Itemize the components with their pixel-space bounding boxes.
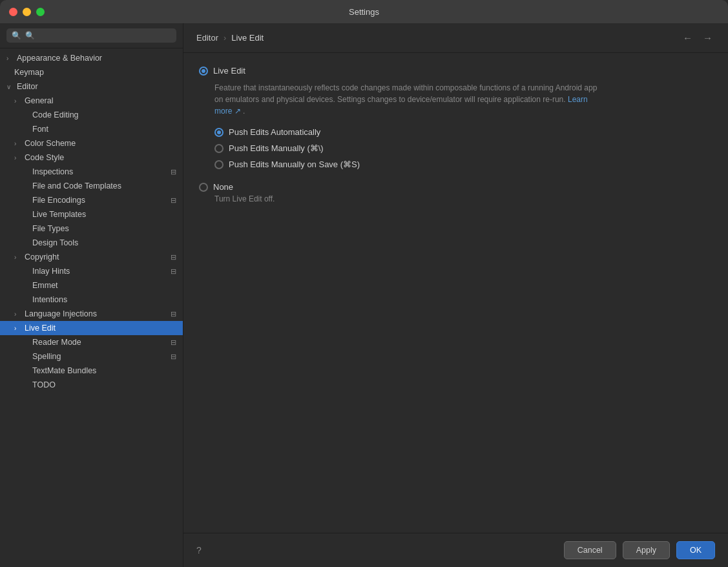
cancel-button[interactable]: Cancel (564, 541, 616, 559)
radio-push-manual-circle[interactable] (214, 144, 224, 153)
radio-push-auto-label: Push Edits Automatically (229, 127, 320, 137)
close-button[interactable] (9, 8, 17, 16)
search-bar: 🔍 (0, 23, 183, 48)
radio-push-save-circle[interactable] (214, 160, 224, 169)
none-description: Turn Live Edit off. (214, 194, 712, 203)
sidebar-item-language-injections[interactable]: › Language Injections ⊟ (0, 307, 183, 321)
radio-push-save-label: Push Edits Manually on Save (⌘S) (229, 160, 360, 169)
sidebar-item-editor[interactable]: ∨ Editor (0, 79, 183, 94)
breadcrumb-separator: › (224, 33, 226, 43)
nav-arrows: ← → (680, 31, 715, 45)
sidebar-item-font[interactable]: Font (0, 122, 183, 136)
sidebar-item-code-style[interactable]: › Code Style (0, 150, 183, 165)
sidebar-item-textmate-bundles[interactable]: TextMate Bundles (0, 364, 183, 378)
footer-right: Cancel Apply OK (564, 541, 715, 559)
nav-tree: › Appearance & Behavior Keymap ∨ Editor … (0, 48, 183, 567)
sidebar-item-keymap[interactable]: Keymap (0, 65, 183, 79)
sidebar-item-label: File Types (32, 224, 69, 233)
chevron-icon: › (14, 140, 22, 147)
radio-push-auto[interactable]: Push Edits Automatically (214, 127, 712, 137)
sidebar-item-reader-mode[interactable]: Reader Mode ⊟ (0, 335, 183, 349)
chevron-icon: › (14, 254, 22, 261)
sidebar: 🔍 › Appearance & Behavior Keymap ∨ Edito… (0, 23, 183, 567)
footer-left: ? (196, 545, 202, 555)
footer: ? Cancel Apply OK (183, 533, 728, 567)
minimize-button[interactable] (23, 8, 31, 16)
breadcrumb-parent: Editor (196, 33, 218, 43)
search-input[interactable] (25, 31, 171, 40)
sidebar-item-label: File Encodings (32, 196, 85, 205)
main-option-row[interactable]: Live Edit (199, 66, 712, 76)
sidebar-item-todo[interactable]: TODO (0, 378, 183, 392)
window-title: Settings (349, 7, 379, 17)
sidebar-item-label: Code Style (25, 153, 64, 162)
sidebar-item-label: Reader Mode (32, 338, 81, 347)
badge-icon: ⊟ (171, 353, 176, 361)
radio-push-manual[interactable]: Push Edits Manually (⌘\) (214, 143, 712, 153)
chevron-icon: › (14, 98, 22, 105)
sidebar-item-file-code-templates[interactable]: File and Code Templates (0, 179, 183, 193)
radio-push-save[interactable]: Push Edits Manually on Save (⌘S) (214, 160, 712, 169)
sidebar-item-label: Spelling (32, 352, 61, 361)
breadcrumb: Editor › Live Edit (196, 33, 264, 43)
radio-group: Push Edits Automatically Push Edits Manu… (214, 127, 712, 169)
sidebar-item-file-types[interactable]: File Types (0, 222, 183, 236)
main-option-radio[interactable] (199, 67, 208, 76)
badge-icon: ⊟ (171, 338, 176, 347)
sidebar-item-label: Code Editing (32, 110, 79, 119)
sidebar-item-general[interactable]: › General (0, 94, 183, 108)
sidebar-item-label: Emmet (32, 281, 58, 290)
main-option-label: Live Edit (213, 66, 245, 76)
badge-icon: ⊟ (171, 253, 176, 262)
chevron-icon: › (14, 154, 22, 161)
back-arrow[interactable]: ← (680, 31, 695, 45)
badge-icon: ⊟ (171, 310, 176, 318)
sidebar-item-label: File and Code Templates (32, 181, 121, 191)
sidebar-item-live-templates[interactable]: Live Templates (0, 207, 183, 222)
sidebar-item-label: Appearance & Behavior (17, 54, 102, 63)
radio-push-manual-label: Push Edits Manually (⌘\) (229, 143, 324, 153)
titlebar: Settings (0, 0, 728, 23)
sidebar-item-label: Live Edit (25, 324, 56, 333)
ok-button[interactable]: OK (676, 541, 715, 559)
sidebar-item-spelling[interactable]: Spelling ⊟ (0, 349, 183, 364)
search-wrap[interactable]: 🔍 (6, 28, 176, 43)
sidebar-item-copyright[interactable]: › Copyright ⊟ (0, 250, 183, 264)
content-panel: Editor › Live Edit ← → Live Edit Feature… (183, 23, 728, 567)
sidebar-item-label: Intentions (32, 295, 67, 304)
window-controls[interactable] (9, 8, 45, 16)
sidebar-item-label: Live Templates (32, 210, 86, 219)
sidebar-item-intentions[interactable]: Intentions (0, 293, 183, 307)
sidebar-item-label: Keymap (14, 68, 44, 77)
live-edit-description: Feature that instantaneously reflects co… (214, 82, 602, 117)
sidebar-item-label: Inlay Hints (32, 267, 70, 276)
sidebar-item-file-encodings[interactable]: File Encodings ⊟ (0, 193, 183, 207)
sidebar-item-design-tools[interactable]: Design Tools (0, 236, 183, 250)
sidebar-item-appearance[interactable]: › Appearance & Behavior (0, 51, 183, 65)
help-icon[interactable]: ? (196, 545, 202, 555)
sidebar-item-code-editing[interactable]: Code Editing (0, 108, 183, 122)
badge-icon: ⊟ (171, 168, 176, 176)
sidebar-item-live-edit[interactable]: › Live Edit (0, 321, 183, 335)
sidebar-item-label: Font (32, 125, 48, 134)
radio-none-circle[interactable] (199, 183, 208, 192)
content-body: Live Edit Feature that instantaneously r… (183, 53, 728, 533)
chevron-icon: › (14, 311, 22, 318)
sidebar-item-label: Inspections (32, 167, 73, 176)
radio-none[interactable]: None (199, 182, 712, 192)
sidebar-item-label: Editor (17, 82, 38, 91)
sidebar-item-inlay-hints[interactable]: Inlay Hints ⊟ (0, 264, 183, 278)
main-layout: 🔍 › Appearance & Behavior Keymap ∨ Edito… (0, 23, 728, 567)
sidebar-item-label: Color Scheme (25, 139, 76, 148)
maximize-button[interactable] (36, 8, 45, 16)
sidebar-item-inspections[interactable]: Inspections ⊟ (0, 165, 183, 179)
sidebar-item-emmet[interactable]: Emmet (0, 278, 183, 293)
badge-icon: ⊟ (171, 196, 176, 205)
search-icon: 🔍 (12, 31, 21, 40)
breadcrumb-current: Live Edit (231, 33, 264, 43)
sidebar-item-color-scheme[interactable]: › Color Scheme (0, 136, 183, 150)
forward-arrow[interactable]: → (700, 31, 715, 45)
radio-push-auto-circle[interactable] (214, 128, 224, 137)
sidebar-item-label: TODO (32, 380, 56, 389)
apply-button[interactable]: Apply (623, 541, 670, 559)
